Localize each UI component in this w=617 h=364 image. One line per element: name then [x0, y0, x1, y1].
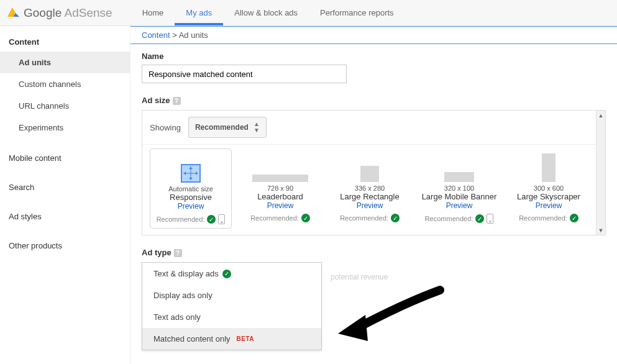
- adsize-card-large-skyscraper[interactable]: 300 x 600 Large Skyscraper Preview Recom…: [508, 148, 590, 229]
- annotation-arrow-icon: [334, 285, 446, 347]
- size-preview-icon: [542, 153, 555, 182]
- preview-link[interactable]: Preview: [329, 201, 411, 210]
- check-icon: ✓: [222, 270, 231, 278]
- adcard-big: Leaderboard: [239, 192, 321, 201]
- adtype-label: Ad type?: [142, 248, 606, 257]
- rec-label: Recommended:: [250, 214, 299, 222]
- svg-marker-2: [338, 315, 368, 341]
- adsize-card-responsive[interactable]: Automatic size Responsive Preview Recomm…: [150, 148, 232, 229]
- help-icon[interactable]: ?: [174, 249, 182, 257]
- adsize-card-large-mobile-banner[interactable]: 320 x 100 Large Mobile Banner Preview Re…: [418, 148, 500, 229]
- main: Content > Ad units Name Ad size? ▲ ▼ Sho…: [130, 26, 617, 364]
- adcard-small: Automatic size: [150, 185, 231, 193]
- preview-link[interactable]: Preview: [239, 201, 321, 210]
- tab-home[interactable]: Home: [131, 1, 175, 25]
- beta-badge: BETA: [237, 335, 254, 342]
- preview-link[interactable]: Preview: [150, 202, 231, 211]
- size-preview-icon: [252, 175, 308, 182]
- size-preview-icon: [360, 166, 379, 182]
- dropdown-value: Recommended: [195, 123, 249, 132]
- sidebar-heading-content: Content: [0, 32, 130, 52]
- adcard-big: Large Rectangle: [329, 192, 411, 201]
- adcard-big: Large Mobile Banner: [418, 192, 500, 201]
- adsense-logo-text: Google AdSense: [24, 6, 112, 20]
- adtype-option-display-only[interactable]: Display ads only: [142, 284, 321, 306]
- adsense-logo-icon: [6, 6, 20, 20]
- breadcrumb-sep: >: [172, 30, 179, 40]
- top-tabs: Home My ads Allow & block ads Performanc…: [131, 1, 405, 25]
- check-icon: ✓: [391, 214, 400, 222]
- check-icon: ✓: [570, 214, 578, 222]
- adsize-panel: ▲ ▼ Showing Recommended ▲▼: [142, 110, 606, 235]
- size-preview-icon: [444, 172, 474, 182]
- sidebar-item-ad-units[interactable]: Ad units: [0, 52, 130, 73]
- tab-allow-block[interactable]: Allow & block ads: [223, 1, 309, 25]
- preview-link[interactable]: Preview: [418, 201, 500, 210]
- adsize-card-leaderboard[interactable]: 728 x 90 Leaderboard Preview Recommended…: [239, 148, 321, 229]
- adtype-option-text-only[interactable]: Text ads only: [142, 306, 321, 328]
- adcard-small: 320 x 100: [418, 184, 500, 192]
- check-icon: ✓: [301, 214, 310, 222]
- mobile-icon: [487, 214, 493, 224]
- sidebar-item-ad-styles[interactable]: Ad styles: [0, 207, 130, 226]
- scrollbar-vertical[interactable]: ▲ ▼: [596, 111, 605, 235]
- sidebar-item-experiments[interactable]: Experiments: [0, 117, 130, 139]
- adcard-small: 728 x 90: [239, 184, 321, 192]
- sidebar: Content Ad units Custom channels URL cha…: [0, 26, 130, 364]
- showing-label: Showing: [150, 123, 181, 132]
- adsense-logo: Google AdSense: [6, 6, 112, 20]
- adcard-big: Large Skyscraper: [508, 192, 590, 201]
- scroll-down-icon[interactable]: ▼: [596, 225, 606, 235]
- help-icon[interactable]: ?: [173, 97, 181, 105]
- sidebar-item-other-products[interactable]: Other products: [0, 236, 130, 255]
- sort-icon: ▲▼: [254, 121, 260, 134]
- rec-label: Recommended:: [340, 214, 388, 222]
- rec-label: Recommended:: [157, 216, 205, 223]
- adtype-option-matched-content[interactable]: Matched content onlyBETA: [142, 328, 321, 350]
- adsize-filter-dropdown[interactable]: Recommended ▲▼: [188, 117, 267, 138]
- header: Google AdSense Home My ads Allow & block…: [0, 0, 617, 26]
- ghost-hint: potential revenue: [331, 273, 388, 281]
- adsize-card-large-rectangle[interactable]: 336 x 280 Large Rectangle Preview Recomm…: [329, 148, 411, 229]
- adcard-small: 300 x 600: [508, 184, 590, 192]
- mobile-icon: [218, 214, 225, 224]
- check-icon: ✓: [207, 215, 216, 224]
- scroll-up-icon[interactable]: ▲: [596, 111, 606, 120]
- sidebar-item-url-channels[interactable]: URL channels: [0, 95, 130, 117]
- tab-my-ads[interactable]: My ads: [175, 1, 223, 25]
- responsive-icon: [181, 164, 201, 183]
- breadcrumb: Content > Ad units: [130, 26, 617, 44]
- adtype-option-text-display[interactable]: Text & display ads✓: [142, 263, 321, 284]
- name-label: Name: [142, 52, 606, 61]
- name-input[interactable]: [142, 65, 347, 83]
- sidebar-item-mobile-content[interactable]: Mobile content: [0, 148, 130, 168]
- tab-performance[interactable]: Performance reports: [309, 1, 405, 25]
- rec-label: Recommended:: [519, 214, 567, 222]
- preview-link[interactable]: Preview: [508, 201, 590, 210]
- breadcrumb-root[interactable]: Content: [142, 30, 170, 40]
- adsize-label: Ad size?: [142, 96, 606, 105]
- check-icon: ✓: [475, 214, 484, 223]
- adcard-big: Responsive: [150, 193, 231, 202]
- sidebar-item-search[interactable]: Search: [0, 178, 130, 197]
- breadcrumb-current: Ad units: [179, 30, 208, 40]
- sidebar-item-custom-channels[interactable]: Custom channels: [0, 73, 130, 95]
- adcard-small: 336 x 280: [329, 184, 411, 192]
- rec-label: Recommended:: [425, 215, 473, 222]
- adtype-dropdown[interactable]: Text & display ads✓ Display ads only Tex…: [142, 262, 322, 350]
